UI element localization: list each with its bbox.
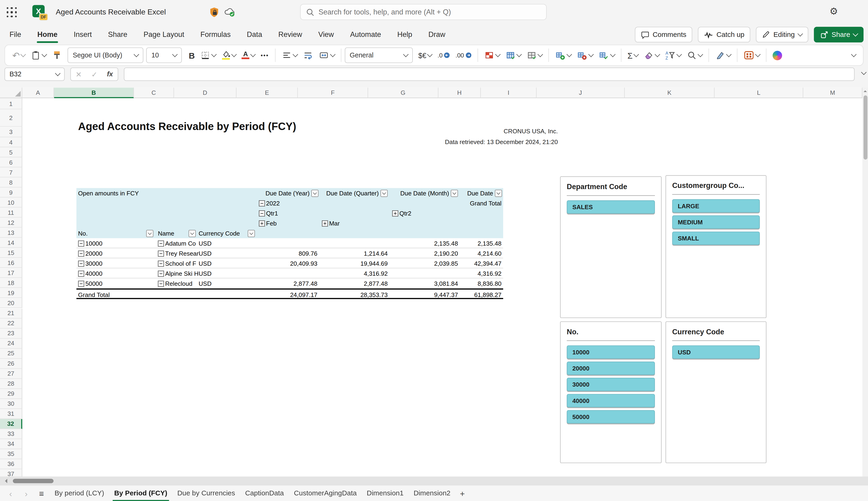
ribbon-tab-insert[interactable]: Insert bbox=[73, 29, 92, 39]
row-header-29[interactable]: 29 bbox=[0, 389, 22, 399]
row-header-2[interactable]: 2 bbox=[0, 109, 22, 127]
insert-cells-button[interactable] bbox=[554, 47, 572, 64]
row-header-28[interactable]: 28 bbox=[0, 379, 22, 389]
expand-icon[interactable] bbox=[392, 210, 398, 216]
pivot-year-group[interactable]: 2022 bbox=[259, 198, 280, 208]
collapse-icon[interactable] bbox=[78, 260, 84, 266]
slicer-item-large[interactable]: LARGE bbox=[672, 199, 760, 212]
more-font-options-button[interactable]: ••• bbox=[260, 47, 270, 64]
ribbon-tab-share[interactable]: Share bbox=[107, 29, 128, 39]
row-header-30[interactable]: 30 bbox=[0, 399, 22, 409]
editing-mode-button[interactable]: Editing bbox=[756, 27, 808, 42]
slicer-item-10000[interactable]: 10000 bbox=[567, 345, 655, 359]
sheet-canvas[interactable]: Aged Accounts Receivable by Period (FCY)… bbox=[22, 98, 862, 477]
pivot-feb-group[interactable]: Feb bbox=[259, 218, 276, 228]
filter-button-currency[interactable] bbox=[248, 230, 255, 237]
ribbon-tab-home[interactable]: Home bbox=[37, 29, 58, 39]
all-sheets-menu-icon[interactable]: ≡ bbox=[39, 489, 44, 498]
pivot-row-50000[interactable]: 50000RelecloudUSD2,877.482,877.483,081.8… bbox=[76, 278, 503, 289]
paste-button[interactable] bbox=[30, 47, 47, 64]
pivot-cell-qtr2[interactable]: 2,039.85 bbox=[390, 258, 458, 268]
slicer-item-sales[interactable]: SALES bbox=[567, 200, 655, 214]
pivot-cell-feb[interactable] bbox=[259, 238, 317, 248]
copilot-button[interactable] bbox=[772, 47, 783, 64]
formula-input[interactable] bbox=[124, 67, 855, 81]
pivot-cell-no[interactable]: 20000 bbox=[78, 248, 102, 258]
row-header-18[interactable]: 18 bbox=[0, 278, 22, 288]
next-sheet-icon[interactable]: › bbox=[21, 489, 31, 498]
filter-button-name[interactable] bbox=[188, 230, 196, 237]
collapse-icon[interactable] bbox=[158, 240, 164, 246]
pivot-row-20000[interactable]: 20000Trey ResearUSD809.761,214.642,190.2… bbox=[76, 248, 503, 258]
decrease-decimal-button[interactable]: .0 bbox=[436, 47, 451, 64]
row-header-13[interactable]: 13 bbox=[0, 228, 22, 238]
pivot-cell-no[interactable]: 10000 bbox=[78, 238, 102, 248]
increase-decimal-button[interactable]: .00 bbox=[454, 47, 473, 64]
pivot-cell-currency[interactable]: USD bbox=[199, 238, 212, 248]
collapse-icon[interactable] bbox=[78, 240, 84, 246]
row-header-33[interactable]: 33 bbox=[0, 429, 22, 439]
row-header-20[interactable]: 20 bbox=[0, 298, 22, 308]
row-header-32[interactable]: 32 bbox=[0, 419, 22, 429]
ribbon-display-options-button[interactable] bbox=[851, 47, 857, 64]
pivot-cell-currency[interactable]: USD bbox=[199, 248, 212, 258]
row-header-4[interactable]: 4 bbox=[0, 137, 22, 147]
row-header-17[interactable]: 17 bbox=[0, 268, 22, 278]
row-header-21[interactable]: 21 bbox=[0, 308, 22, 318]
column-header-B[interactable]: B bbox=[54, 87, 134, 98]
collapse-icon[interactable] bbox=[259, 200, 265, 206]
sheet-tab-dimension1[interactable]: Dimension1 bbox=[362, 485, 409, 501]
pivot-row-10000[interactable]: 10000Adatum CoUSD2,135.482,135.48 bbox=[76, 238, 503, 248]
ribbon-tab-file[interactable]: File bbox=[9, 29, 22, 39]
collapse-icon[interactable] bbox=[78, 250, 84, 256]
column-header-M[interactable]: M bbox=[803, 87, 862, 98]
scroll-up-arrow[interactable] bbox=[864, 89, 867, 92]
fill-color-button[interactable] bbox=[220, 47, 237, 64]
ribbon-tab-help[interactable]: Help bbox=[397, 29, 413, 39]
row-header-12[interactable]: 12 bbox=[0, 218, 22, 228]
row-header-3[interactable]: 3 bbox=[0, 127, 22, 137]
column-header-J[interactable]: J bbox=[536, 87, 625, 98]
slicer-item-small[interactable]: SMALL bbox=[672, 232, 760, 245]
sensitivity-shield-icon[interactable] bbox=[209, 7, 220, 18]
pivot-cell-feb[interactable]: 2,877.48 bbox=[259, 278, 317, 289]
column-header-E[interactable]: E bbox=[236, 87, 298, 98]
pivot-cell-mar[interactable] bbox=[320, 238, 388, 248]
ribbon-tab-draw[interactable]: Draw bbox=[428, 29, 446, 39]
horizontal-scrollbar[interactable] bbox=[0, 477, 868, 485]
pivot-cell-mar[interactable]: 1,214.64 bbox=[320, 248, 388, 258]
row-header-16[interactable]: 16 bbox=[0, 258, 22, 268]
column-header-C[interactable]: C bbox=[134, 87, 174, 98]
document-title[interactable]: Aged Accounts Receivable Excel bbox=[56, 8, 166, 16]
pivot-cell-no[interactable]: 30000 bbox=[78, 258, 102, 268]
search-input[interactable]: Search for tools, help, and more (Alt + … bbox=[300, 4, 546, 20]
row-header-6[interactable]: 6 bbox=[0, 157, 22, 167]
pivot-cell-qtr2[interactable] bbox=[390, 268, 458, 278]
borders-button[interactable] bbox=[199, 47, 217, 64]
app-launcher-icon[interactable] bbox=[7, 7, 17, 18]
pivot-cell-name[interactable]: Trey Resear bbox=[158, 248, 199, 258]
pivot-cell-mar[interactable]: 19,944.69 bbox=[320, 258, 388, 268]
pivot-cell-currency[interactable]: USD bbox=[199, 258, 212, 268]
sheet-tab-customeragingdata[interactable]: CustomerAgingData bbox=[289, 485, 362, 501]
delete-cells-button[interactable] bbox=[576, 47, 594, 64]
pivot-cell-currency[interactable]: USD bbox=[199, 268, 212, 278]
sheet-tab-by-period-fcy-[interactable]: By Period (FCY) bbox=[109, 485, 172, 501]
row-header-31[interactable]: 31 bbox=[0, 409, 22, 419]
pivot-cell-no[interactable]: 40000 bbox=[78, 268, 102, 278]
format-as-table-button[interactable] bbox=[504, 47, 522, 64]
row-header-19[interactable]: 19 bbox=[0, 288, 22, 298]
ribbon-tab-automate[interactable]: Automate bbox=[350, 29, 382, 39]
ink-button[interactable] bbox=[714, 47, 732, 64]
collapse-icon[interactable] bbox=[158, 280, 164, 286]
bold-button[interactable]: B bbox=[188, 47, 196, 64]
slicer-item-20000[interactable]: 20000 bbox=[567, 362, 655, 375]
row-header-22[interactable]: 22 bbox=[0, 318, 22, 329]
expand-icon[interactable] bbox=[322, 220, 328, 226]
filter-button-year[interactable] bbox=[311, 189, 318, 196]
catch-up-button[interactable]: Catch up bbox=[698, 27, 751, 42]
row-header-14[interactable]: 14 bbox=[0, 238, 22, 248]
share-button[interactable]: Share bbox=[814, 27, 864, 42]
row-header-37[interactable]: 37 bbox=[0, 469, 22, 477]
collapse-icon[interactable] bbox=[78, 270, 84, 276]
